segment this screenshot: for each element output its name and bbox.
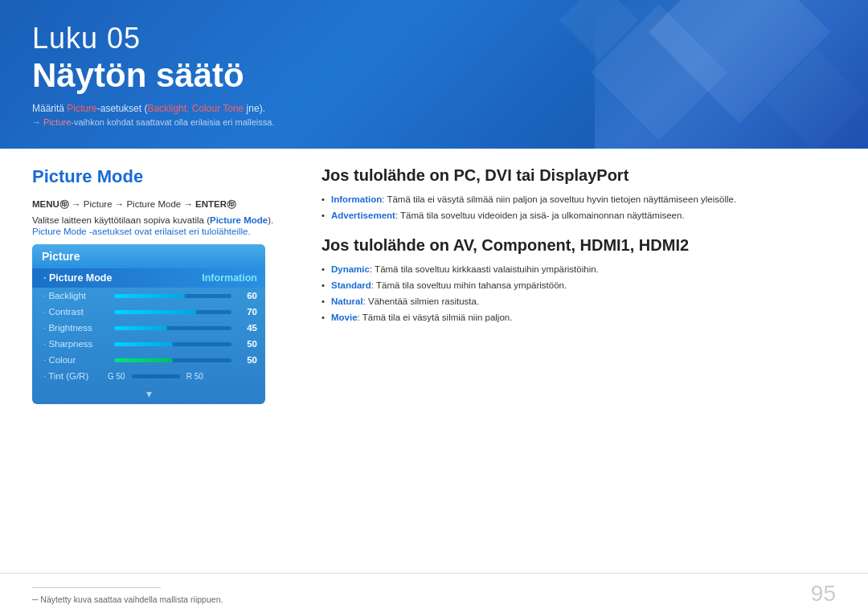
brightness-slider[interactable] — [114, 326, 231, 330]
panel-mode-label: Picture Mode — [43, 272, 202, 284]
highlight-picture-note: Picture — [43, 117, 71, 127]
brightness-value: 45 — [238, 323, 257, 333]
section2-title: Jos tulolähde on AV, Component, HDMI1, H… — [321, 236, 836, 255]
section1-bullets: Information: Tämä tila ei väsytä silmää … — [321, 193, 836, 222]
highlight-picture: Picture — [67, 103, 96, 114]
picture-panel: Picture Picture Mode Information Backlig… — [32, 244, 265, 404]
chapter-number: Luku 05 — [32, 22, 836, 55]
header-note: → Picture-vaihkon kohdat saattavat olla … — [32, 117, 836, 127]
highlight-settings: Backlight, Colour Tone — [147, 103, 244, 114]
sharpness-label: Sharpness — [43, 339, 108, 349]
section2-bullets: Dynamic: Tämä tila soveltuu kirkkaasti v… — [321, 263, 836, 324]
sharpness-fill — [114, 342, 173, 346]
footer-divider — [32, 587, 161, 588]
panel-scroll-arrow: ▾ — [32, 384, 265, 404]
term-standard: Standard — [331, 280, 371, 290]
backlight-fill — [114, 294, 185, 298]
panel-header: Picture — [32, 244, 265, 268]
bullet-natural: Natural: Vähentää silmien rasitusta. — [321, 295, 836, 308]
sharpness-slider[interactable] — [114, 342, 231, 346]
header: Luku 05 Näytön säätö Määritä Picture-ase… — [0, 0, 868, 149]
colour-value: 50 — [238, 355, 257, 365]
left-column: Picture Mode MENU㊞ → Picture → Picture M… — [0, 149, 305, 573]
term-information: Information — [331, 194, 382, 204]
menu-path: MENU㊞ → Picture → Picture Mode → ENTER㊞ — [32, 198, 281, 210]
term-movie: Movie — [331, 313, 358, 322]
tint-g-label: G 50 — [108, 372, 125, 381]
panel-row-backlight: Backlight 60 — [32, 288, 265, 304]
brightness-label: Brightness — [43, 323, 108, 333]
bullet-standard: Standard: Tämä tila soveltuu mihin tahan… — [321, 279, 836, 292]
menu-picture-mode: Picture Mode — [126, 199, 181, 209]
panel-mode-row: Picture Mode Information — [32, 268, 265, 288]
highlight-picture-mode: Picture Mode — [210, 215, 268, 225]
colour-slider[interactable] — [114, 358, 231, 362]
section-title-picture-mode: Picture Mode — [32, 166, 281, 187]
panel-row-brightness: Brightness 45 — [32, 320, 265, 336]
footer: Näytetty kuva saattaa vaihdella mallista… — [0, 573, 868, 613]
chapter-title: Näytön säätö — [32, 56, 836, 95]
contrast-value: 70 — [238, 307, 257, 317]
term-advertisement: Advertisement — [331, 210, 395, 220]
section1-title: Jos tulolähde on PC, DVI tai DisplayPort — [321, 166, 836, 185]
panel-mode-value: Information — [202, 272, 257, 284]
colour-label: Colour — [43, 355, 108, 365]
contrast-label: Contrast — [43, 307, 108, 317]
panel-row-colour: Colour 50 — [32, 352, 265, 368]
bullet-dynamic: Dynamic: Tämä tila soveltuu kirkkaasti v… — [321, 263, 836, 276]
bullet-movie: Movie: Tämä tila ei väsytä silmiä niin p… — [321, 311, 836, 324]
page-number: 95 — [811, 581, 836, 607]
menu-description: Valitse laitteen käyttötilaan sopiva kuv… — [32, 215, 281, 225]
contrast-slider[interactable] — [114, 310, 231, 314]
right-column: Jos tulolähde on PC, DVI tai DisplayPort… — [305, 149, 868, 573]
brightness-fill — [114, 326, 167, 330]
backlight-value: 60 — [238, 291, 257, 300]
backlight-label: Backlight — [43, 291, 108, 300]
panel-row-sharpness: Sharpness 50 — [32, 336, 265, 352]
header-description: Määritä Picture-asetukset (Backlight, Co… — [32, 103, 836, 114]
footer-note: Näytetty kuva saattaa vaihdella mallista… — [32, 595, 223, 604]
panel-row-contrast: Contrast 70 — [32, 304, 265, 320]
panel-row-tint: Tint (G/R) G 50 R 50 — [32, 368, 265, 384]
sharpness-value: 50 — [238, 339, 257, 349]
tint-label: Tint (G/R) — [43, 371, 108, 381]
term-dynamic: Dynamic — [331, 264, 370, 274]
backlight-slider[interactable] — [114, 294, 231, 298]
contrast-fill — [114, 310, 196, 314]
colour-fill — [114, 358, 173, 362]
bullet-information: Information: Tämä tila ei väsytä silmää … — [321, 193, 836, 206]
menu-description-2: Picture Mode -asetukset ovat erilaiset e… — [32, 227, 281, 236]
tint-r-label: R 50 — [186, 372, 203, 381]
term-natural: Natural — [331, 296, 363, 306]
main-content: Picture Mode MENU㊞ → Picture → Picture M… — [0, 149, 868, 573]
tint-slider[interactable] — [132, 374, 180, 378]
menu-picture: Picture — [84, 199, 113, 209]
bullet-advertisement: Advertisement: Tämä tila soveltuu videoi… — [321, 209, 836, 222]
